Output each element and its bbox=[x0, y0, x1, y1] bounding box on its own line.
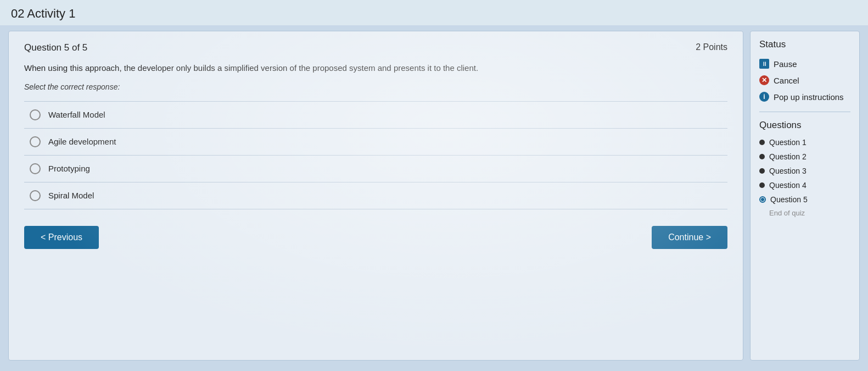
dot-q2 bbox=[759, 154, 765, 159]
options-list: Waterfall Model Agile development Protot… bbox=[24, 101, 727, 209]
option-4[interactable]: Spiral Model bbox=[24, 182, 727, 209]
dot-q1 bbox=[759, 140, 765, 145]
status-title: Status bbox=[759, 39, 850, 50]
points-label: 2 Points bbox=[696, 42, 727, 52]
continue-button[interactable]: Continue > bbox=[652, 226, 727, 249]
nav-question-3[interactable]: Question 3 bbox=[759, 165, 850, 177]
cancel-label: Cancel bbox=[774, 76, 799, 85]
option-text-4: Spiral Model bbox=[48, 191, 94, 200]
nav-question-5[interactable]: Question 5 bbox=[759, 193, 850, 206]
option-3[interactable]: Prototyping bbox=[24, 156, 727, 182]
select-label: Select the correct response: bbox=[24, 82, 727, 91]
pause-icon bbox=[759, 59, 769, 69]
option-text-1: Waterfall Model bbox=[48, 110, 105, 119]
nav-buttons: < Previous Continue > bbox=[24, 226, 727, 249]
dot-q5 bbox=[759, 196, 766, 203]
option-2[interactable]: Agile development bbox=[24, 129, 727, 156]
sidebar-divider bbox=[759, 112, 850, 112]
pause-button[interactable]: Pause bbox=[759, 57, 850, 71]
questions-title: Questions bbox=[759, 120, 850, 131]
option-text-2: Agile development bbox=[48, 137, 116, 146]
info-icon: i bbox=[759, 92, 769, 102]
popup-label: Pop up instructions bbox=[774, 92, 844, 102]
option-text-3: Prototyping bbox=[48, 164, 90, 173]
sidebar: Status Pause ✕ Cancel i Pop up instructi… bbox=[750, 31, 860, 361]
radio-prototyping bbox=[30, 163, 41, 174]
dot-q3 bbox=[759, 168, 765, 174]
dot-q4 bbox=[759, 182, 765, 188]
nav-q1-label: Question 1 bbox=[769, 138, 807, 147]
end-of-quiz-label: End of quiz bbox=[759, 209, 850, 217]
option-1[interactable]: Waterfall Model bbox=[24, 101, 727, 129]
nav-question-1[interactable]: Question 1 bbox=[759, 136, 850, 148]
nav-q5-label: Question 5 bbox=[770, 195, 808, 204]
popup-instructions-button[interactable]: i Pop up instructions bbox=[759, 90, 850, 104]
radio-agile bbox=[30, 136, 41, 147]
radio-spiral bbox=[30, 190, 41, 201]
nav-q4-label: Question 4 bbox=[769, 181, 807, 190]
cancel-icon: ✕ bbox=[759, 75, 769, 85]
question-label: Question 5 of 5 bbox=[24, 42, 87, 53]
pause-label: Pause bbox=[774, 59, 797, 69]
nav-q2-label: Question 2 bbox=[769, 152, 807, 161]
previous-button[interactable]: < Previous bbox=[24, 226, 99, 249]
question-panel: Question 5 of 5 2 Points When using this… bbox=[8, 31, 743, 361]
nav-q3-label: Question 3 bbox=[769, 167, 807, 175]
nav-question-4[interactable]: Question 4 bbox=[759, 179, 850, 191]
page-title: 02 Activity 1 bbox=[0, 0, 868, 25]
nav-question-2[interactable]: Question 2 bbox=[759, 151, 850, 163]
radio-waterfall bbox=[30, 109, 41, 120]
cancel-button[interactable]: ✕ Cancel bbox=[759, 73, 850, 87]
question-text: When using this approach, the developer … bbox=[24, 62, 727, 75]
